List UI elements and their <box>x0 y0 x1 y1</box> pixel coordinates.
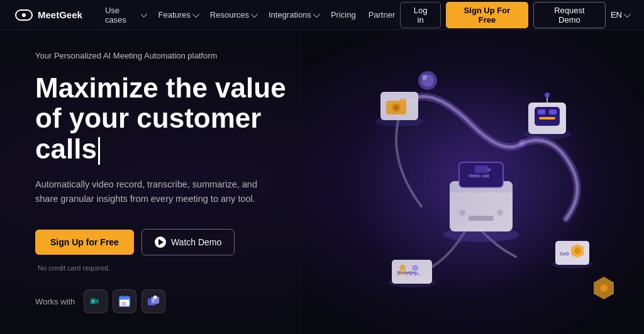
svg-rect-3 <box>119 299 130 300</box>
hero-description: Automatically video record, transcribe, … <box>35 177 274 206</box>
hero-section: Your Personalized AI Meeting Automation … <box>0 30 644 334</box>
works-with: Works with <box>35 289 302 313</box>
ms-teams-icon: T <box>142 289 165 313</box>
nav-link-features[interactable]: Features <box>153 8 202 22</box>
svg-rect-20 <box>475 165 487 173</box>
nav-links: Use cases Features Resources Integration… <box>100 3 400 27</box>
svg-rect-31 <box>400 99 406 103</box>
svg-rect-36 <box>549 109 557 114</box>
svg-point-44 <box>574 248 580 254</box>
login-button[interactable]: Log in <box>400 2 441 28</box>
nav-left: MeetGeek Use cases Features Resources In… <box>15 3 400 27</box>
logo-text: MeetGeek <box>38 9 82 20</box>
svg-text:31: 31 <box>122 301 127 306</box>
hero-illustration: Video call <box>302 30 644 334</box>
chevron-down-icon <box>192 10 199 17</box>
cursor-blink <box>98 137 100 165</box>
hero-illustration-svg: Video call <box>302 30 644 334</box>
hero-buttons: Sign Up for Free Watch Demo <box>35 229 302 255</box>
request-demo-button[interactable]: Request Demo <box>533 2 606 28</box>
no-credit-text: No credit card required. <box>38 264 302 272</box>
svg-point-52 <box>422 75 427 80</box>
integration-icons: 31 T <box>84 289 165 313</box>
svg-rect-16 <box>450 189 513 192</box>
nav-link-resources[interactable]: Resources <box>205 8 261 22</box>
signup-hero-button[interactable]: Sign Up for Free <box>35 230 134 255</box>
logo-icon <box>15 9 33 21</box>
svg-text:T: T <box>152 299 155 303</box>
svg-point-0 <box>92 300 94 303</box>
svg-point-48 <box>399 265 406 271</box>
svg-rect-27 <box>380 92 418 99</box>
hero-subtitle: Your Personalized AI Meeting Automation … <box>35 51 302 60</box>
chevron-down-icon <box>624 10 631 17</box>
nav-right: Log in Sign Up For Free Request Demo EN <box>400 2 629 28</box>
svg-point-30 <box>394 105 399 110</box>
svg-text:Video call: Video call <box>469 174 489 178</box>
google-calendar-icon: 31 <box>113 289 136 313</box>
chevron-down-icon <box>313 10 320 17</box>
language-selector[interactable]: EN <box>611 10 629 19</box>
play-icon <box>155 237 166 248</box>
works-with-label: Works with <box>35 297 75 306</box>
play-triangle <box>158 239 164 245</box>
hero-content: Your Personalized AI Meeting Automation … <box>0 30 302 334</box>
svg-text:CxO: CxO <box>560 252 569 256</box>
navbar: MeetGeek Use cases Features Resources In… <box>0 0 644 30</box>
signup-nav-button[interactable]: Sign Up For Free <box>446 2 528 28</box>
svg-point-22 <box>459 209 465 216</box>
nav-link-integrations[interactable]: Integrations <box>264 8 323 22</box>
svg-point-39 <box>545 92 550 97</box>
svg-rect-35 <box>538 109 545 114</box>
chevron-down-icon <box>141 11 148 18</box>
nav-link-usecases[interactable]: Use cases <box>100 3 151 27</box>
svg-point-49 <box>412 265 418 271</box>
svg-rect-24 <box>469 216 494 221</box>
google-meet-icon <box>84 289 108 313</box>
nav-link-partner[interactable]: Partner <box>364 8 401 22</box>
svg-rect-37 <box>539 117 555 120</box>
svg-point-54 <box>600 284 608 292</box>
svg-point-23 <box>497 209 503 216</box>
nav-link-pricing[interactable]: Pricing <box>326 8 361 22</box>
chevron-down-icon <box>251 10 258 17</box>
watch-demo-button[interactable]: Watch Demo <box>142 229 235 255</box>
hero-title: Maximize the value of your customer call… <box>35 73 302 165</box>
logo[interactable]: MeetGeek <box>15 9 82 21</box>
